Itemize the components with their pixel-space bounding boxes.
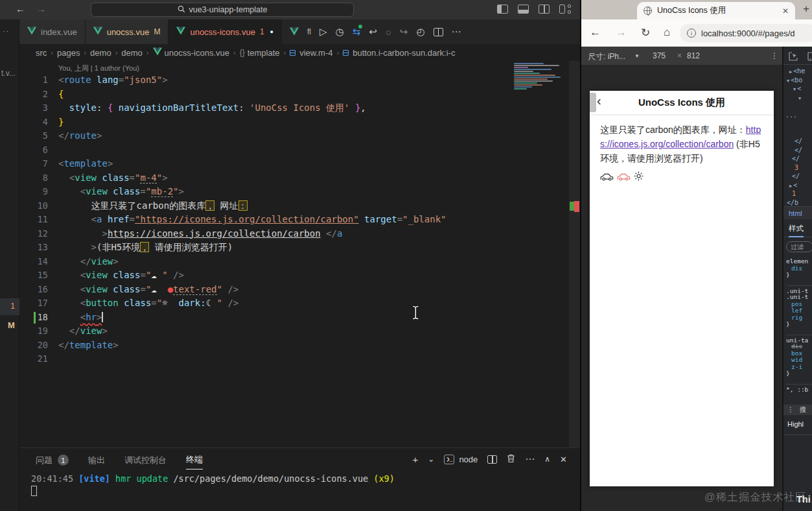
breadcrumb-item[interactable]: unocss-icons.vue xyxy=(153,47,229,58)
maximize-panel-icon[interactable]: ∧ xyxy=(544,455,550,464)
browser-home-icon[interactable]: ⌂ xyxy=(664,26,670,39)
line-number[interactable]: 2 xyxy=(19,88,56,102)
code-line[interactable]: 14 </view> xyxy=(19,255,580,269)
dom-tree-row[interactable]: </ xyxy=(785,137,812,146)
devtools-styles-tab[interactable]: 样式 xyxy=(783,220,812,237)
code-line[interactable]: 19 </view> xyxy=(19,324,580,339)
terminal-dropdown-icon[interactable]: ⌄ xyxy=(428,455,434,464)
close-panel-icon[interactable]: ✕ xyxy=(560,455,567,464)
split-editor-icon[interactable] xyxy=(434,28,443,36)
line-number[interactable]: 3 xyxy=(19,101,56,115)
new-terminal-icon[interactable]: + xyxy=(413,454,419,465)
code-line[interactable]: 16 <view class="☁ ●text-red" /> xyxy=(19,283,580,297)
dom-tree-row[interactable]: ▼<bo xyxy=(785,76,812,85)
back-arrow-icon[interactable]: ← xyxy=(16,3,25,14)
style-rule-row[interactable]: z-i xyxy=(786,364,812,371)
editor-scrollbar[interactable] xyxy=(569,61,580,447)
devtools-breadcrumb[interactable]: html xyxy=(783,206,812,219)
breadcrumb-item[interactable]: view.m-4 xyxy=(290,48,332,58)
tab-index.vue[interactable]: index.vue xyxy=(19,19,86,44)
panel-tab-输出[interactable]: 输出 xyxy=(88,455,105,469)
code-line[interactable]: 20</template> xyxy=(19,339,580,353)
dom-tree-row[interactable] xyxy=(785,119,812,128)
customize-layout-icon[interactable] xyxy=(559,5,571,14)
devtools-state-row[interactable]: ⋮ 搜 xyxy=(783,405,812,415)
style-rule-row[interactable]: *, ::b xyxy=(786,384,812,393)
line-number[interactable]: 4 xyxy=(19,115,56,130)
style-rule-row[interactable]: } xyxy=(786,321,812,328)
style-rule-row[interactable]: rig xyxy=(786,315,812,322)
line-number[interactable]: 11 xyxy=(19,213,56,227)
code-line[interactable]: 5</route> xyxy=(19,129,580,143)
device-height-value[interactable]: 812 xyxy=(687,51,700,60)
timeline-history-icon[interactable]: ◷ xyxy=(336,26,344,38)
run-timer-icon[interactable]: ◴ xyxy=(416,26,424,38)
line-number[interactable]: 13 xyxy=(19,241,56,255)
code-line[interactable]: 11 <a href="https://icones.js.org/collec… xyxy=(19,213,580,227)
line-number[interactable]: 17 xyxy=(19,296,56,311)
line-number[interactable]: 8 xyxy=(19,171,56,185)
browser-reload-icon[interactable]: ↻ xyxy=(641,26,650,40)
code-line[interactable]: 4} xyxy=(19,115,580,130)
line-number[interactable]: 5 xyxy=(19,129,56,143)
breadcrumb-item[interactable]: demo xyxy=(90,48,111,58)
line-number[interactable]: 21 xyxy=(19,352,56,366)
toggle-secondary-sidebar-icon[interactable] xyxy=(539,5,550,14)
panel-tab-调试控制台[interactable]: 调试控制台 xyxy=(124,455,167,469)
dom-tree-row[interactable]: </ xyxy=(785,154,812,163)
device-kebab-icon[interactable]: ⋮ xyxy=(771,51,778,60)
code-line[interactable]: 18 <hr> xyxy=(19,311,580,325)
page-back-chevron[interactable]: ‹ xyxy=(597,93,601,108)
device-size-dropdown[interactable]: 尺寸: iPh... xyxy=(588,51,625,62)
breadcrumb-item[interactable]: {}template xyxy=(240,48,280,58)
command-center-search[interactable]: vue3-uniapp-template xyxy=(91,3,354,17)
address-bar[interactable]: i localhost:9000/#/pages/d xyxy=(680,24,812,42)
code-line[interactable]: 1<route lang="json5"> xyxy=(19,73,580,88)
breadcrumb-item[interactable]: button.i-carbon-sun.dark:i-c xyxy=(343,48,455,58)
split-terminal-icon[interactable] xyxy=(487,455,497,464)
breadcrumb-item[interactable]: demo xyxy=(121,48,143,58)
code-line[interactable]: 21 xyxy=(19,352,580,366)
code-line[interactable]: 13 >(非H5环境， 请使用浏览器打开) xyxy=(19,241,580,255)
line-number[interactable]: 7 xyxy=(19,157,56,171)
line-number[interactable]: 16 xyxy=(19,283,56,297)
devtools-kebab-icon[interactable]: ⋮ xyxy=(787,406,794,413)
tab-unocss.vue[interactable]: unocss.vueM xyxy=(86,19,169,44)
tab-close-icon[interactable]: ✕ xyxy=(782,6,789,16)
line-number[interactable]: 10 xyxy=(19,199,56,213)
dom-tree-row[interactable]: ▶< xyxy=(785,181,812,190)
new-tab-button[interactable]: + xyxy=(803,3,809,16)
more-actions-icon[interactable]: ⋯ xyxy=(452,26,461,38)
dom-tree-row[interactable]: ... xyxy=(785,111,812,120)
style-rule-row[interactable]: elemen xyxy=(786,258,812,265)
style-rule-row[interactable]: .uni-t xyxy=(786,294,812,301)
panel-more-icon[interactable]: ⋯ xyxy=(525,453,535,465)
style-rule-row[interactable]: dis xyxy=(786,343,812,350)
breadcrumb-item[interactable]: pages xyxy=(57,48,80,58)
code-line[interactable]: 3 style: { navigationBarTitleText: 'UnoC… xyxy=(19,101,580,115)
line-number[interactable]: 1 xyxy=(19,73,56,88)
style-rule-row[interactable]: dis xyxy=(786,265,812,272)
style-rule-row[interactable]: } xyxy=(786,370,812,377)
style-rule-row[interactable]: .uni-t xyxy=(786,285,812,294)
nav-forward-icon[interactable]: ↪ xyxy=(400,26,408,38)
code-line[interactable]: 10 这里只装了carbon的图表库， 网址： xyxy=(19,199,580,213)
inspect-element-icon[interactable] xyxy=(789,51,798,64)
tab-overflow-dots[interactable]: ·· xyxy=(3,26,10,36)
line-number[interactable]: 15 xyxy=(19,268,56,283)
dom-tree-row[interactable]: 3 xyxy=(785,163,812,172)
line-number[interactable]: 18 xyxy=(19,311,56,325)
tab-unocss-icons.vue[interactable]: unocss-icons.vue1● xyxy=(168,19,282,44)
code-line[interactable]: 17 <button class="☼ dark:☾ " /> xyxy=(19,296,580,311)
line-number[interactable]: 19 xyxy=(19,324,56,339)
kill-terminal-icon[interactable] xyxy=(507,454,515,465)
style-rule-row[interactable]: wid xyxy=(786,357,812,364)
minimap[interactable] xyxy=(514,63,568,97)
panel-tab-问题[interactable]: 问题1 xyxy=(36,455,69,469)
line-number[interactable]: 14 xyxy=(19,255,56,269)
device-caret-icon[interactable]: ▼ xyxy=(634,53,640,59)
dom-tree-row[interactable]: ▼< xyxy=(785,84,812,93)
run-button-icon[interactable]: ▷ xyxy=(319,26,327,38)
nav-back-icon[interactable]: ↩ xyxy=(369,26,377,38)
forward-arrow-icon[interactable]: → xyxy=(36,3,46,14)
